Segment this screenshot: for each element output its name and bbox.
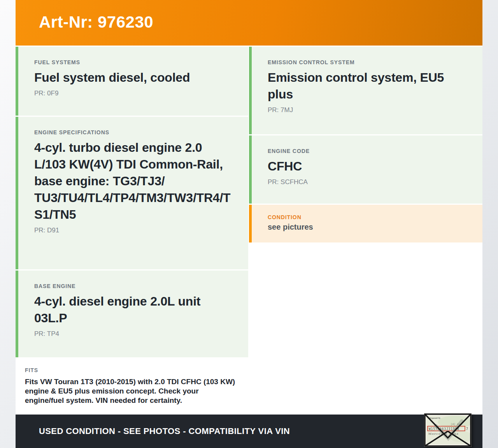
pr-code: PR: D91 — [34, 227, 233, 234]
card-title: 4-cyl. turbo diesel engine 2.0 L/103 KW(… — [34, 139, 233, 223]
left-column: FUEL SYSTEMS Fuel system diesel, cooled … — [16, 47, 248, 414]
vin-suffix-text: 7 — [466, 427, 468, 431]
card-title: 4-cyl. diesel engine 2.0L unit 03L.P — [34, 293, 233, 327]
card-condition: CONDITION see pictures — [249, 205, 482, 242]
content-columns: FUEL SYSTEMS Fuel system diesel, cooled … — [16, 47, 482, 414]
footer-bar: USED CONDITION - SEE PHOTOS - COMPATIBIL… — [16, 415, 482, 448]
footer-notice: USED CONDITION - SEE PHOTOS - COMPATIBIL… — [39, 426, 290, 436]
card-fits: FITS Fits VW Touran 1T3 (2010-2015) with… — [16, 358, 248, 414]
card-label: EMISSION CONTROL SYSTEM — [268, 59, 468, 65]
fits-description: Fits VW Touran 1T3 (2010-2015) with 2.0 … — [25, 377, 239, 405]
card-engine-specifications: ENGINE SPECIFICATIONS 4-cyl. turbo diese… — [16, 117, 248, 269]
article-number-title: Art-Nr: 976230 — [39, 13, 482, 32]
card-label: ENGINE SPECIFICATIONS — [34, 129, 233, 135]
pr-code: PR: 0F9 — [34, 90, 233, 97]
listing-template: Art-Nr: 976230 FUEL SYSTEMS Fuel system … — [16, 0, 482, 448]
card-label: FUEL SYSTEMS — [34, 59, 233, 65]
header-banner: Art-Nr: 976230 — [16, 0, 482, 46]
pr-code: PR: TP4 — [34, 330, 233, 338]
card-engine-code: ENGINE CODE CFHC PR: SCFHCA — [249, 135, 482, 204]
vin-plate-illustration: Fahrgestell-Nr. |4| A|A W1571463J31548 7… — [424, 413, 472, 447]
right-column: EMISSION CONTROL SYSTEM Emission control… — [249, 47, 482, 414]
card-label: ENGINE CODE — [268, 148, 468, 154]
vin-plate-photo: Fahrgestell-Nr. |4| A|A W1571463J31548 7… — [424, 413, 472, 447]
card-title: Fuel system diesel, cooled — [34, 69, 233, 86]
card-base-engine: BASE ENGINE 4-cyl. diesel engine 2.0L un… — [16, 271, 248, 357]
card-label: FITS — [25, 367, 239, 373]
card-title: Emission control system, EU5 plus — [268, 69, 468, 103]
card-emission-control: EMISSION CONTROL SYSTEM Emission control… — [249, 47, 482, 134]
pr-code: PR: 7MJ — [268, 106, 468, 114]
condition-value: see pictures — [268, 223, 468, 232]
pr-code: PR: SCFHCA — [268, 178, 468, 186]
card-title: CFHC — [268, 158, 468, 175]
card-label: CONDITION — [268, 214, 468, 220]
card-fuel-systems: FUEL SYSTEMS Fuel system diesel, cooled … — [16, 47, 248, 116]
card-label: BASE ENGINE — [34, 283, 233, 289]
